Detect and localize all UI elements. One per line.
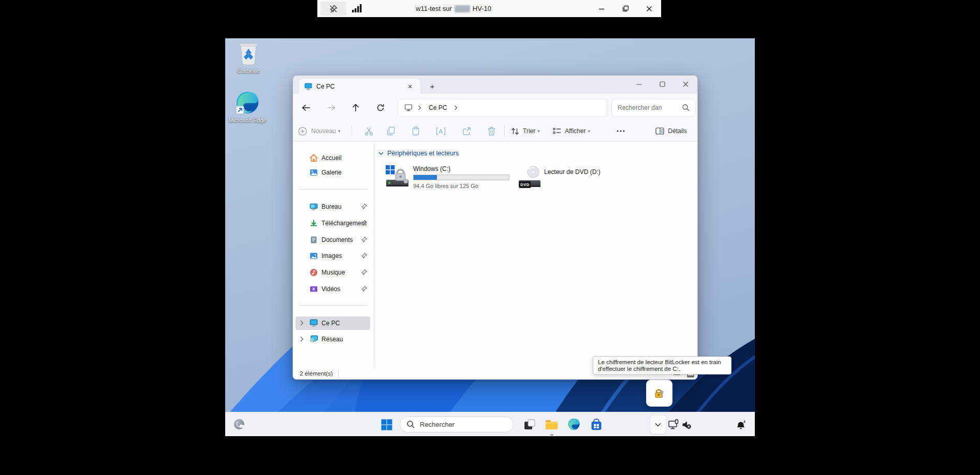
sidebar-item-musique[interactable]: Musique — [296, 266, 370, 279]
share-icon — [462, 126, 472, 136]
explorer-navigation-bar: Ce PC Rechercher dans — [293, 94, 697, 121]
explorer-tab-ce-pc[interactable]: Ce PC ✕ — [299, 79, 420, 94]
rename-button[interactable] — [433, 123, 448, 139]
drive-name: Lecteur de DVD (D:) — [544, 168, 601, 176]
sidebar-item-ce-pc[interactable]: Ce PC — [296, 316, 370, 330]
share-button[interactable] — [459, 123, 474, 139]
taskbar-center: Rechercher — [381, 412, 603, 436]
details-pane-button[interactable]: Détails — [655, 121, 687, 141]
vm-close-button[interactable] — [637, 0, 661, 17]
group-header-devices[interactable]: Périphériques et lecteurs — [378, 150, 459, 157]
details-button-label: Détails — [668, 127, 687, 135]
view-button[interactable]: Afficher ▾ — [553, 121, 590, 141]
tray-overflow-flyout — [646, 380, 672, 407]
task-view-button[interactable] — [523, 414, 536, 435]
drive-windows-c[interactable]: Windows (C:) 94,4 Go libres sur 125 Go — [385, 165, 509, 189]
sidebar-item-accueil[interactable]: Accueil — [296, 151, 370, 165]
view-list-icon — [553, 127, 561, 135]
details-pane-icon — [655, 127, 664, 135]
desktop-icon-microsoft-edge[interactable]: Microsoft Edge — [225, 91, 270, 123]
tray-display-network-icon[interactable] — [667, 419, 680, 431]
sidebar-divider — [299, 189, 368, 190]
new-tab-button[interactable]: + — [427, 80, 438, 92]
drive-capacity-fill — [414, 175, 437, 180]
forward-button[interactable] — [324, 100, 338, 115]
back-button[interactable] — [299, 100, 313, 115]
paste-button[interactable] — [408, 123, 423, 139]
bitlocker-tooltip: Le chiffrement de lecteur BitLocker est … — [593, 356, 732, 375]
delete-button[interactable] — [484, 123, 499, 139]
microsoft-store-icon — [590, 419, 603, 431]
sort-button[interactable]: Trier ▾ — [511, 121, 540, 141]
bitlocker-encryption-icon[interactable] — [653, 387, 666, 399]
sidebar-item-label: Bureau — [321, 203, 342, 210]
drive-dvd-d[interactable]: DVD Lecteur de DVD (D:) — [518, 165, 611, 189]
view-button-label: Afficher — [565, 127, 586, 135]
taskbar-search-label: Rechercher — [420, 421, 455, 428]
edge-taskbar-button[interactable] — [567, 414, 580, 435]
breadcrumb-ce-pc[interactable]: Ce PC — [427, 104, 449, 111]
desktop-icon — [310, 203, 318, 211]
copy-button[interactable] — [383, 123, 399, 139]
tab-close-button[interactable]: ✕ — [406, 82, 414, 91]
chevron-right-icon — [300, 320, 304, 326]
address-bar[interactable]: Ce PC — [398, 99, 607, 117]
microsoft-store-taskbar-button[interactable] — [590, 414, 603, 435]
widgets-button[interactable] — [233, 418, 246, 430]
window-maximize-button[interactable] — [651, 76, 674, 93]
cut-button[interactable] — [361, 123, 376, 139]
windows-start-icon — [381, 419, 392, 430]
sidebar-item-images[interactable]: Images — [296, 249, 370, 263]
sidebar-divider — [299, 305, 368, 306]
window-close-button[interactable] — [674, 76, 697, 93]
drive-c-icon — [385, 165, 409, 189]
this-pc-icon — [404, 104, 413, 111]
sidebar-item-galerie[interactable]: Galerie — [296, 166, 370, 179]
file-explorer-taskbar-button[interactable] — [545, 414, 558, 435]
start-button[interactable] — [381, 414, 393, 435]
vm-desktop[interactable]: Corbeille Microsoft Edge — [225, 38, 755, 436]
tab-title: Ce PC — [316, 83, 334, 90]
chevron-right-icon — [454, 105, 458, 110]
explorer-tab-bar: Ce PC ✕ + — [293, 76, 697, 94]
more-options-button[interactable] — [613, 123, 628, 139]
refresh-button[interactable] — [373, 100, 388, 115]
videos-icon — [310, 285, 318, 293]
rename-icon — [436, 127, 446, 136]
explorer-caption-buttons — [627, 76, 697, 93]
sidebar-item-label: Images — [321, 252, 342, 260]
sidebar-item-documents[interactable]: Documents — [296, 233, 370, 247]
file-explorer-icon — [545, 419, 558, 430]
sidebar-item-videos[interactable]: Vidéos — [296, 282, 370, 296]
recycle-bin-icon — [238, 40, 259, 66]
tray-volume-muted-icon[interactable] — [680, 419, 693, 431]
widgets-weather-icon — [233, 418, 246, 430]
pin-icon — [361, 252, 368, 259]
edge-icon — [567, 418, 580, 431]
sidebar-item-telechargement[interactable]: Téléchargement — [296, 217, 370, 230]
chevron-right-icon — [300, 336, 304, 342]
edge-icon — [236, 91, 259, 116]
vm-minimize-button[interactable] — [590, 0, 613, 17]
svg-text:z: z — [743, 419, 745, 424]
chevron-down-icon: ▾ — [537, 128, 540, 134]
taskbar-search-box[interactable]: Rechercher — [400, 416, 514, 433]
up-button[interactable] — [348, 100, 363, 115]
vm-title-suffix: HV-10 — [473, 5, 491, 12]
new-button-label: Nouveau — [311, 127, 336, 135]
search-box[interactable]: Rechercher dans — [611, 99, 696, 117]
new-button[interactable]: Nouveau ▾ — [298, 121, 341, 141]
unpin-toolbar-icon[interactable] — [320, 2, 346, 16]
notification-bell-dnd-icon[interactable]: z — [735, 419, 747, 431]
pin-off-icon — [329, 4, 338, 13]
sidebar-item-label: Galerie — [321, 169, 342, 176]
vm-connection-bar: w11-test sur HV-10 — [317, 0, 661, 17]
tray-overflow-button[interactable] — [650, 415, 666, 434]
sidebar-item-bureau[interactable]: Bureau — [296, 200, 370, 213]
sidebar-item-reseau[interactable]: Réseau — [296, 333, 370, 346]
vm-restore-button[interactable] — [613, 0, 637, 17]
file-explorer-window: Ce PC ✕ + — [292, 75, 698, 380]
search-icon — [682, 104, 690, 112]
window-minimize-button[interactable] — [627, 76, 651, 93]
desktop-icon-recycle-bin[interactable]: Corbeille — [226, 40, 271, 74]
